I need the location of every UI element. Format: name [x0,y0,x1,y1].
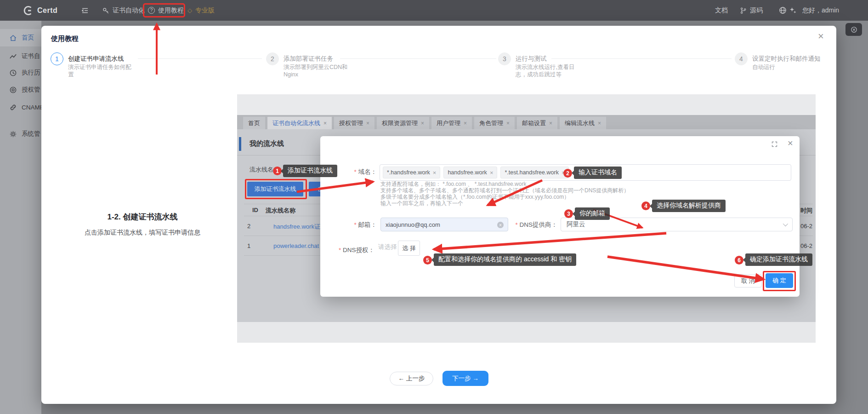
dialog-close-button[interactable]: × [788,138,793,149]
nav-docs[interactable]: 文档 [715,0,728,21]
tutorial-close-button[interactable]: × [816,29,826,43]
tab-email-settings[interactable]: 邮箱设置× [517,117,557,129]
nav-tutorial-label: 使用教程 [158,6,184,15]
fullscreen-icon[interactable] [771,141,778,148]
step-explain-panel: 1-2. 创建证书流水线 点击添加证书流水线，填写证书申请信息 [46,212,239,237]
theme-sparkle-button[interactable] [789,0,797,21]
tab-close-icon[interactable]: × [464,120,467,126]
tab-close-icon[interactable]: × [421,120,424,126]
domain-label: 域名： [320,168,377,176]
language-button[interactable] [779,0,787,21]
pipeline-link[interactable]: handsfree.work证 [273,223,320,231]
table-row-time: 06-2 [800,242,812,249]
step-explain-title: 1-2. 创建证书流水线 [46,212,239,222]
cancel-button[interactable]: 取 消 [734,274,762,288]
step-connector [138,58,262,59]
add-pipeline-button[interactable]: 添加证书流水线 [247,182,303,196]
panel-accent-bar [239,137,241,151]
step-4-desc: 自动运行 [752,63,817,71]
app-logo[interactable]: Certd [22,0,57,21]
domain-tag: *.handsfree.work× [383,167,440,178]
clear-input-icon[interactable]: × [497,222,504,228]
sidebar-item-authorization[interactable]: 授权管 [0,81,41,98]
table-row-id: 2 [247,223,250,230]
sidebar-item-label: 执行历 [22,69,40,77]
table-row-id: 1 [247,242,250,249]
diamond-icon: ◇ [187,7,192,14]
domain-tags-input[interactable]: *.handsfree.work× handsfree.work× *.test… [380,164,791,181]
step-1: 1 创建证书申请流水线 演示证书申请任务如何配置 [51,52,133,78]
tab-authorization[interactable]: 授权管理× [334,117,374,129]
sidebar: 首页 证书自 执行历 授权管 CNAME [0,21,41,414]
user-menu[interactable]: 您好，admin [802,0,839,21]
nav-cert-automation[interactable]: 证书自动化 [102,0,145,21]
tab-close-icon[interactable]: × [323,120,327,126]
chevron-down-icon [783,221,788,226]
step-2-desc: 演示部署到阿里云CDN和Nginx [284,63,349,78]
home-icon [9,34,17,42]
add-pipeline-dialog: × 域名： *.handsfree.work× handsfree.work× … [320,136,800,297]
step-connector [551,58,732,59]
nav-pro-label: 专业版 [195,6,215,15]
next-step-button[interactable]: 下一步 → [443,371,488,386]
tab-home[interactable]: 首页 [243,117,265,129]
table-col-id: ID [252,207,258,213]
nav-docs-label: 文档 [715,6,728,15]
table-row-time: 06-2 [800,223,812,230]
tab-roles[interactable]: 角色管理× [474,117,515,129]
tab-close-icon[interactable]: × [506,120,510,126]
tag-remove-icon[interactable]: × [490,169,494,176]
email-label: 邮箱： [320,221,377,229]
collapse-menu-icon [81,6,89,15]
nav-source-code[interactable]: 源码 [740,0,763,21]
sidebar-item-label: 系统管 [22,130,40,138]
tab-close-icon[interactable]: × [549,120,552,126]
email-field[interactable] [380,218,508,231]
tab-users[interactable]: 用户管理× [431,117,472,129]
pipeline-panel-title: 我的流水线 [250,139,284,148]
app-root: Certd 证书自动化 ? 使用教程 ◇ 专业版 文档 [0,0,868,414]
step-2-number: 2 [266,52,279,65]
step-2: 2 添加部署证书任务 演示部署到阿里云CDN和Nginx [266,52,349,78]
sidebar-item-home[interactable]: 首页 [0,29,41,46]
sidebar-item-system[interactable]: 系统管 [0,125,41,143]
step-4: 4 设置定时执行和邮件通知 自动运行 [735,52,821,71]
tag-remove-icon[interactable]: × [562,169,565,176]
confirm-button[interactable]: 确 定 [766,273,793,288]
sparkles-icon [789,6,797,14]
table-col-name: 流水线名称 [266,207,295,215]
domain-tag: handsfree.work× [443,167,497,178]
sidebar-item-label: 首页 [22,34,34,42]
pipeline-link[interactable]: powerleader.chat [273,242,319,249]
sidebar-item-cert-automation[interactable]: 证书自 [0,47,41,65]
app-logo-text: Certd [37,6,57,15]
sidebar-item-history[interactable]: 执行历 [0,64,41,81]
demo-footer-strip [237,322,816,343]
notification-close-button[interactable] [845,23,862,36]
tab-edit-pipeline[interactable]: 编辑流水线× [560,117,606,129]
step-3-number: 3 [498,52,511,65]
tab-permission[interactable]: 权限资源管理× [377,117,429,129]
certd-logo-icon [22,5,34,17]
tab-close-icon[interactable]: × [366,120,369,126]
tab-cert-pipeline[interactable]: 证书自动化流水线× [267,117,332,129]
help-circle-icon: ? [148,7,155,14]
nav-tutorial[interactable]: ? 使用教程 [148,0,184,21]
dns-auth-select-button[interactable]: 选 择 [398,241,420,256]
sidebar-collapse-button[interactable] [81,0,89,21]
step-1-desc: 演示证书申请任务如何配置 [68,63,133,78]
sidebar-item-label: 授权管 [22,86,40,94]
prev-step-button[interactable]: ← 上一步 [390,372,433,385]
step-4-number: 4 [735,52,748,65]
dns-auth-placeholder: 请选择 [378,243,397,251]
sidebar-item-cname[interactable]: CNAME [0,98,41,116]
domain-help-line: 输入一个回车之后，再输入下一个 [380,200,463,207]
tab-close-icon[interactable]: × [598,120,601,126]
tag-remove-icon[interactable]: × [433,169,437,176]
demo-tabbar: 首页 证书自动化流水线× 授权管理× 权限资源管理× 用户管理× 角色管理× 邮… [237,115,816,129]
clock-icon [9,69,17,77]
demo-header-strip [237,94,816,115]
nav-pro-version[interactable]: ◇ 专业版 [187,0,215,21]
dns-provider-select[interactable]: 阿里云 [561,218,793,231]
step-1-number: 1 [51,52,63,65]
